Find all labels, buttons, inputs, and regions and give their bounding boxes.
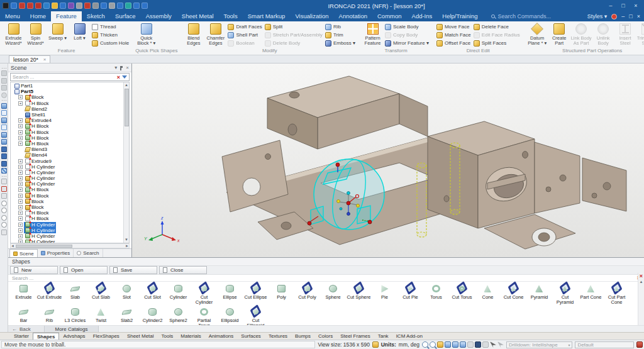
catalog-item-cut-poly[interactable]: Cut Poly — [294, 282, 320, 300]
catalog-tab-steel-frames[interactable]: Steel Frames — [336, 333, 374, 340]
drilldown-select[interactable]: Drilldown: Intellishape▾ — [506, 341, 573, 348]
tree-item-blend2[interactable]: Blend2 — [11, 106, 123, 112]
ribbon-button-spin-wizard[interactable]: Spin Wizard* — [25, 22, 46, 47]
catalog-item-part-cone[interactable]: Part Cone — [578, 282, 604, 300]
tree-item-h-cylinder[interactable]: +H Cylinder — [11, 170, 123, 175]
app-logo-icon[interactable] — [3, 3, 9, 9]
tree-item-part1[interactable]: Part1 — [11, 83, 123, 89]
slab-tool-icon[interactable] — [1, 110, 7, 116]
menu-tab-assembly[interactable]: Assembly — [141, 11, 177, 21]
hscroll-thumb[interactable] — [16, 245, 72, 248]
catalog-item-rib[interactable]: Rib — [36, 305, 62, 323]
catalog-tab-advshaps[interactable]: Advshaps — [59, 333, 89, 340]
catalog-item-slab2[interactable]: Slab2 — [114, 305, 140, 323]
catalog-scrollbar[interactable]: × ▲ — [638, 273, 644, 325]
hole-block-tool-icon[interactable] — [1, 132, 7, 138]
menu-tab-smart-markup[interactable]: Smart Markup — [243, 11, 291, 21]
viewport-3d[interactable]: z Y x — [132, 64, 644, 257]
menu-tab-add-ins[interactable]: Add-Ins — [407, 11, 438, 21]
panel-tab-search[interactable]: Search — [74, 249, 103, 257]
doc-minimize-button[interactable]: – — [621, 13, 625, 19]
arc-tool-icon[interactable] — [1, 215, 7, 221]
menu-tab-feature[interactable]: Feature — [51, 11, 82, 21]
scroll-thumb[interactable] — [125, 89, 129, 126]
ribbon-button-shell-part[interactable]: Shell Part — [228, 31, 262, 39]
pin-icon[interactable] — [84, 3, 91, 9]
ribbon-button-datum-plane[interactable]: Datum Plane * ▾ — [527, 22, 548, 47]
catalog-item-cylinder2[interactable]: Cylinder2 — [140, 305, 165, 323]
tree-item-h-cylinder[interactable]: +H Cylinder — [11, 228, 123, 233]
pointer-icon[interactable] — [490, 341, 496, 348]
configuration-select[interactable]: Default — [575, 341, 634, 348]
render-mode-icon[interactable] — [467, 341, 474, 348]
menu-tab-sketch[interactable]: Sketch — [82, 11, 110, 21]
catalog-item-pie[interactable]: Pie — [372, 282, 397, 300]
ribbon-button-draft-faces[interactable]: Draft Faces — [228, 23, 262, 31]
catalog-item-cut-slot[interactable]: Cut Slot — [140, 282, 165, 300]
new-scene-icon[interactable] — [11, 3, 17, 9]
zoom-fit-icon[interactable] — [430, 341, 436, 348]
boolean-intersect-icon[interactable] — [1, 85, 7, 91]
close-button[interactable]: × — [630, 1, 641, 10]
document-tab[interactable]: lesson 20* × — [9, 55, 50, 63]
circle-tool-icon[interactable] — [1, 208, 7, 213]
tree-item-h-cylinder[interactable]: +H Cylinder — [11, 239, 123, 243]
scroll-right-icon[interactable]: ► — [125, 244, 129, 248]
pin-icon[interactable] — [120, 66, 123, 70]
help-icon[interactable] — [611, 14, 617, 19]
catalog-tab-icm-add-on[interactable]: ICM Add-on — [392, 333, 426, 340]
catalog-save-button[interactable]: Save — [109, 266, 157, 274]
catalog-item-cut-cone[interactable]: Cut Cone — [501, 282, 526, 300]
catalog-new-button[interactable]: New — [10, 266, 58, 274]
tree-item-h-cylinder[interactable]: +H Cylinder — [11, 233, 123, 239]
catalog-tab-textures[interactable]: Textures — [265, 333, 291, 340]
triangle-tool-icon[interactable] — [1, 201, 7, 206]
catalog-item-torus[interactable]: Torus — [423, 282, 449, 300]
ribbon-button-offset-face[interactable]: Offset Face — [436, 39, 471, 47]
catalog-item-cut-ellipse[interactable]: Cut Ellipse — [243, 282, 269, 300]
ribbon-button-delete-face[interactable]: Delete Face — [474, 23, 520, 31]
catalog-open-icon[interactable] — [52, 3, 58, 9]
panel-close-icon[interactable]: × — [126, 65, 129, 70]
catalog-tab-sheet-metal[interactable]: Sheet Metal — [123, 333, 158, 340]
catalog-item-cut-pyramid[interactable]: Cut Pyramid — [552, 282, 578, 305]
catalog-tab-colors[interactable]: Colors — [314, 333, 336, 340]
tree-item-block[interactable]: +Block — [11, 204, 123, 210]
render-icon[interactable] — [68, 3, 74, 9]
catalog-tab-tools[interactable]: Tools — [158, 333, 177, 340]
catalog-item-poly[interactable]: Poly — [269, 282, 294, 300]
tree-item-h-block[interactable]: +H Block — [11, 135, 123, 141]
session-icon[interactable] — [636, 341, 643, 348]
web-publish-icon[interactable] — [43, 3, 50, 9]
boolean-union-icon[interactable] — [1, 70, 7, 76]
settings-icon[interactable] — [76, 3, 82, 9]
tree-item-shell1[interactable]: Shell1 — [11, 112, 123, 118]
catalog-tab-bumps[interactable]: Bumps — [291, 333, 314, 340]
filter-icon[interactable] — [122, 75, 127, 79]
command-search[interactable]: Search Commands... — [491, 11, 551, 21]
ribbon-button-thicken[interactable]: Thicken — [92, 31, 129, 39]
catalog-close-button[interactable]: Close — [159, 266, 207, 274]
panel-tab-properties[interactable]: Properties — [38, 249, 74, 257]
document-close-icon[interactable]: × — [43, 57, 47, 62]
scroll-left-icon[interactable]: ◄ — [11, 244, 14, 248]
catalog-search-box[interactable]: Search ... × — [8, 275, 644, 282]
tree-item-part5[interactable]: Part5 — [11, 89, 123, 94]
doc-restore-button[interactable]: □ — [629, 13, 632, 19]
tree-item-blend3[interactable]: Blend3 — [11, 147, 123, 152]
catalog-item-slot[interactable]: Slot — [114, 282, 140, 300]
ribbon-button-loft[interactable]: Loft ▾ — [69, 22, 90, 47]
tree-item-block[interactable]: +Block — [11, 199, 123, 204]
catalog-item-cut-slab[interactable]: Cut Slab — [88, 282, 114, 300]
tree-item-h-block[interactable]: +H Block — [11, 210, 123, 216]
ribbon-button-pattern-feature[interactable]: Pattern Feature — [362, 22, 383, 47]
tree-item-h-block[interactable]: +H Block — [11, 193, 123, 199]
block-tool-icon[interactable] — [1, 103, 7, 109]
tree-vertical-scrollbar[interactable]: ▲ ▼ — [123, 82, 129, 243]
shape-blue-icon[interactable] — [445, 341, 451, 348]
scroll-down-icon[interactable]: ▼ — [125, 237, 128, 243]
catalog-tab-flexshapes[interactable]: FlexShapes — [89, 333, 123, 340]
catalog-item-slab[interactable]: Slab — [62, 282, 88, 300]
tree-horizontal-scrollbar[interactable]: ◄ ► — [10, 243, 130, 248]
tree-item-h-cylinder[interactable]: +H Cylinder — [11, 222, 123, 228]
